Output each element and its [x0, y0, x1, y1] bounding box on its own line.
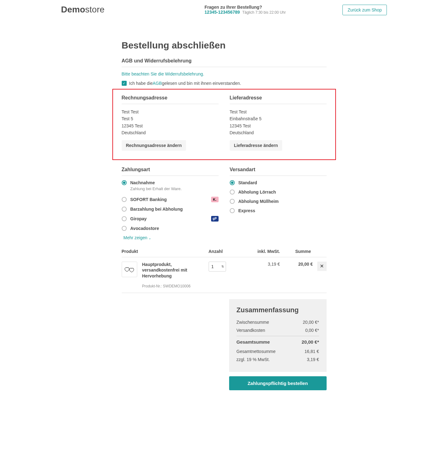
product-name[interactable]: Hauptprodukt, versandkostenfrei mit Herv…	[142, 262, 209, 279]
header-help: Fragen zu Ihrer Bestellung? 12345-123456…	[161, 5, 286, 15]
shipping-cost-label: Versandkosten	[237, 328, 265, 333]
radio-icon	[230, 190, 235, 195]
terms-section-title: AGB und Widerrufsbelehrung	[122, 58, 327, 67]
col-qty: Anzahl	[209, 249, 233, 254]
payment-option-sub: Zahlung bei Erhalt der Ware.	[130, 186, 219, 191]
terms-label-post: gelesen und bin mit ihnen einverstanden.	[162, 81, 241, 86]
shipping-title: Lieferadresse	[230, 95, 327, 104]
shop-logo[interactable]: Demostore	[61, 5, 105, 15]
delivery-title: Versandart	[230, 167, 327, 176]
order-summary: Zusammenfassung Zwischensumme 20,00 €* V…	[229, 299, 327, 372]
payment-option-nachnahme[interactable]: Nachnahme	[122, 180, 219, 185]
show-more-payment-link[interactable]: Mehr zeigen⌄	[124, 235, 219, 240]
radio-icon	[230, 180, 235, 185]
help-phone-link[interactable]: 12345-123456789	[205, 10, 240, 15]
change-shipping-button[interactable]: Lieferadresse ändern	[230, 140, 283, 151]
net-value: 16,81 €	[305, 349, 319, 354]
payment-option-sofort[interactable]: SOFORT Banking K.	[122, 197, 219, 202]
change-billing-button[interactable]: Rechnungsadresse ändern	[122, 140, 186, 151]
table-row: Hauptprodukt, versandkostenfrei mit Herv…	[122, 257, 327, 293]
payment-option-giropay[interactable]: Giropay gP	[122, 216, 219, 222]
shipping-cost-value: 0,00 €*	[305, 328, 319, 333]
radio-icon	[230, 199, 235, 204]
radio-icon	[122, 207, 127, 212]
subtotal-value: 20,00 €*	[303, 320, 319, 325]
billing-title: Rechnungsadresse	[122, 95, 219, 104]
terms-checkbox[interactable]: ✓	[122, 81, 127, 86]
remove-item-button[interactable]: ✕	[317, 262, 327, 271]
vat-label: zzgl. 19 % MwSt.	[237, 357, 270, 362]
radio-icon	[122, 226, 127, 231]
radio-icon	[122, 180, 127, 185]
col-sum: Summe	[280, 249, 327, 254]
summary-title: Zusammenfassung	[237, 306, 319, 314]
payment-option-avocadostore[interactable]: Avocadostore	[122, 226, 219, 231]
delivery-option-muellheim[interactable]: Abholung Müllheim	[230, 199, 327, 204]
total-value: 20,00 €*	[302, 339, 319, 345]
place-order-button[interactable]: Zahlungspflichtig bestellen	[229, 376, 327, 390]
cancellation-policy-link[interactable]: Bitte beachten Sie die Widerrufsbelehrun…	[122, 71, 204, 76]
payment-title: Zahlungsart	[122, 167, 219, 176]
address-highlight-region: Rechnungsadresse Test Test Test 5 12345 …	[112, 89, 336, 160]
billing-address: Test Test Test 5 12345 Test Deutschland	[122, 108, 219, 136]
net-label: Gesamtnettosumme	[237, 349, 276, 354]
product-image-icon	[122, 262, 137, 277]
col-tax: inkl. MwSt.	[233, 249, 280, 254]
page-title: Bestellung abschließen	[122, 40, 327, 51]
help-title: Fragen zu Ihrer Bestellung?	[205, 5, 286, 10]
quantity-select[interactable]: 1	[209, 262, 226, 272]
radio-icon	[230, 208, 235, 213]
help-hours: Täglich 7:30 bis 22:00 Uhr	[242, 10, 286, 15]
radio-icon	[122, 197, 127, 202]
delivery-option-loerrach[interactable]: Abholung Lörrach	[230, 190, 327, 195]
delivery-option-standard[interactable]: Standard	[230, 180, 327, 185]
terms-agb-link[interactable]: AGB	[153, 81, 162, 86]
giropay-badge-icon: gP	[211, 216, 219, 222]
subtotal-label: Zwischensumme	[237, 320, 269, 325]
klarna-badge-icon: K.	[211, 197, 219, 202]
vat-value: 3,19 €	[307, 357, 319, 362]
delivery-option-express[interactable]: Express	[230, 208, 327, 213]
product-sum: 20,00 €	[280, 262, 317, 267]
terms-label-pre: Ich habe die	[129, 81, 153, 86]
payment-option-barzahlung[interactable]: Barzahlung bei Abholung	[122, 207, 219, 212]
close-icon: ✕	[320, 263, 324, 269]
chevron-down-icon: ⌄	[148, 236, 151, 240]
product-sku: Produkt-Nr.: SWDEMO10006	[142, 284, 209, 288]
product-tax: 3,19 €	[233, 262, 280, 267]
shipping-address: Test Test Einbahnstraße 5 12345 Test Deu…	[230, 108, 327, 136]
back-to-shop-button[interactable]: Zurück zum Shop	[342, 5, 387, 15]
col-product: Produkt	[122, 249, 209, 254]
radio-icon	[122, 216, 127, 221]
total-label: Gesamtsumme	[237, 339, 270, 345]
